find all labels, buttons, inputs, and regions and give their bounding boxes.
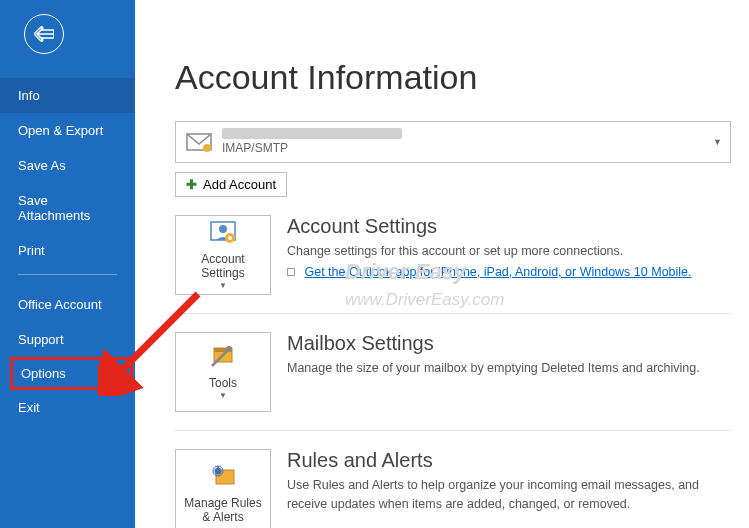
svg-point-4 [219,225,227,233]
nav-item-options[interactable]: Options [21,366,66,381]
chevron-down-icon: ▼ [219,391,227,400]
nav-item-print[interactable]: Print [0,233,135,268]
mobile-icon [287,268,295,276]
sidebar: Info Open & Export Save As Save Attachme… [0,0,135,528]
rules-alerts-desc: Use Rules and Alerts to help organize yo… [287,476,727,514]
section-mailbox-settings: Tools ▼ Mailbox Settings Manage the size… [175,332,731,412]
section-divider [175,313,731,314]
add-account-button[interactable]: ✚ Add Account [175,172,287,197]
back-button-area [0,0,135,60]
tools-icon [208,344,238,373]
account-protocol: IMAP/SMTP [222,141,402,155]
chevron-down-icon: ▼ [219,281,227,290]
rules-alerts-title: Rules and Alerts [287,449,731,472]
mailbox-settings-desc: Manage the size of your mailbox by empty… [287,359,727,378]
account-selector[interactable]: IMAP/SMTP ▼ [175,121,731,163]
nav-item-save-attachments[interactable]: Save Attachments [0,183,135,233]
section-account-settings: Account Settings ▼ Account Settings Chan… [175,215,731,295]
svg-point-10 [226,346,232,352]
mobile-app-link[interactable]: Get the Outlook app for iPhone, iPad, An… [304,265,691,279]
mobile-app-row: Get the Outlook app for iPhone, iPad, An… [287,265,731,279]
back-button[interactable] [24,14,64,54]
annotation-highlight-options: Options [10,357,133,390]
mailbox-settings-title: Mailbox Settings [287,332,731,355]
nav-divider [18,274,117,275]
plus-icon: ✚ [186,177,197,192]
main-panel: Driver Easy www.DriverEasy.com Account I… [135,0,749,528]
add-account-label: Add Account [203,177,276,192]
account-settings-card[interactable]: Account Settings ▼ [175,215,271,295]
tools-card-label: Tools [209,376,237,390]
account-settings-icon [208,220,238,249]
nav-item-office-account[interactable]: Office Account [0,287,135,322]
nav-item-save-as[interactable]: Save As [0,148,135,183]
section-rules-alerts: Manage Rules & Alerts Rules and Alerts U… [175,449,731,528]
rules-alerts-card[interactable]: Manage Rules & Alerts [175,449,271,528]
svg-point-2 [203,144,211,152]
back-arrow-icon [34,26,54,42]
svg-point-6 [228,236,232,240]
account-settings-desc: Change settings for this account or set … [287,242,727,261]
nav-item-support[interactable]: Support [0,322,135,357]
chevron-down-icon: ▼ [713,137,722,147]
nav-item-exit[interactable]: Exit [0,390,135,425]
nav-item-info[interactable]: Info [0,78,135,113]
account-email-redacted [222,128,402,139]
account-text: IMAP/SMTP [222,128,402,155]
rules-alerts-icon [208,464,238,493]
nav-item-open-export[interactable]: Open & Export [0,113,135,148]
tools-card[interactable]: Tools ▼ [175,332,271,412]
account-settings-title: Account Settings [287,215,731,238]
account-settings-card-label: Account Settings [180,252,266,281]
nav-list: Info Open & Export Save As Save Attachme… [0,60,135,425]
rules-alerts-card-label: Manage Rules & Alerts [180,496,266,525]
page-title: Account Information [175,58,731,97]
account-icon [182,125,216,159]
section-divider [175,430,731,431]
